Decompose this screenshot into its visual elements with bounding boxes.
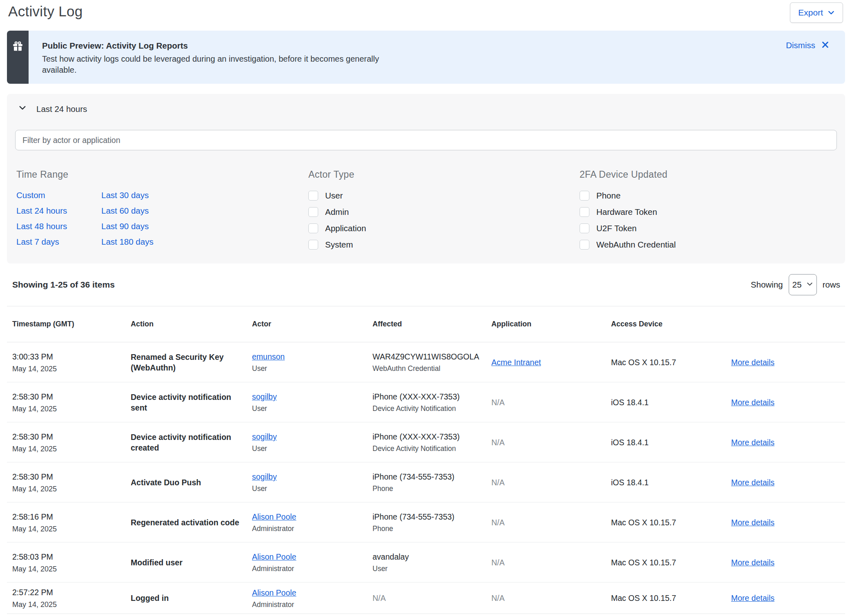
timestamp-date: May 14, 2025 xyxy=(12,600,120,609)
header-affected: Affected xyxy=(372,320,491,328)
more-details-link[interactable]: More details xyxy=(731,357,774,368)
actor-link[interactable]: Alison Poole xyxy=(252,587,296,598)
activity-log-table: Timestamp (GMT) Action Actor Affected Ap… xyxy=(7,306,845,614)
timestamp: 2:58:16 PM xyxy=(12,511,120,522)
preview-banner: Public Preview: Activity Log Reports Tes… xyxy=(7,31,845,84)
filter-panel: Last 24 hours Time Range Custom Last 24 … xyxy=(7,94,845,263)
timestamp-date: May 14, 2025 xyxy=(12,565,120,574)
actor-link[interactable]: sogilby xyxy=(252,431,277,442)
dismiss-link[interactable]: Dismiss xyxy=(786,40,815,50)
dismiss-control[interactable]: Dismiss xyxy=(786,40,829,50)
actor-type: Administrator xyxy=(252,564,362,573)
access-device: Mac OS X 10.15.7 xyxy=(611,593,720,603)
checkbox-admin[interactable] xyxy=(308,207,318,217)
timestamp-date: May 14, 2025 xyxy=(12,484,120,493)
header-actor: Actor xyxy=(252,320,372,328)
time-range-link-last-7-days[interactable]: Last 7 days xyxy=(16,234,101,250)
collapse-label: Last 24 hours xyxy=(36,104,87,114)
timestamp: 2:58:30 PM xyxy=(12,431,120,442)
header-application: Application xyxy=(491,320,611,328)
application-na: N/A xyxy=(491,517,600,528)
checkbox-system[interactable] xyxy=(308,240,318,250)
header-action: Action xyxy=(131,320,252,328)
checkbox-webauthn-credential[interactable] xyxy=(580,240,589,250)
actor-link[interactable]: Alison Poole xyxy=(252,511,296,522)
results-bar: Showing 1-25 of 36 items Showing 25 rows xyxy=(7,263,845,306)
actor-link[interactable]: Alison Poole xyxy=(252,551,296,562)
timestamp: 2:57:22 PM xyxy=(12,587,120,598)
more-details-link[interactable]: More details xyxy=(731,593,774,603)
actor-type: Administrator xyxy=(252,524,362,533)
timestamp: 3:00:33 PM xyxy=(12,351,120,362)
rows-suffix-label: rows xyxy=(823,280,840,290)
twofa-option-webauthn-credential[interactable]: WebAuthn Credential xyxy=(580,237,676,253)
application-na: N/A xyxy=(491,437,600,448)
application-na: N/A xyxy=(491,397,600,408)
banner-icon-block xyxy=(7,31,29,84)
time-range-link-last-90-days[interactable]: Last 90 days xyxy=(101,219,186,234)
affected-value: iPhone (734-555-7353) xyxy=(372,471,481,482)
actor-link[interactable]: sogilby xyxy=(252,391,277,402)
actor-type-heading: Actor Type xyxy=(308,169,366,180)
access-device: Mac OS X 10.15.7 xyxy=(611,557,720,568)
actor-type: User xyxy=(252,444,362,453)
actor-type: User xyxy=(252,364,362,373)
time-range-link-last-48-hours[interactable]: Last 48 hours xyxy=(16,219,101,234)
checkbox-application[interactable] xyxy=(308,223,318,233)
time-range-link-custom[interactable]: Custom xyxy=(16,187,101,203)
action-label: Modified user xyxy=(131,557,241,568)
actor-link[interactable]: emunson xyxy=(252,351,285,362)
time-range-link-last-60-days[interactable]: Last 60 days xyxy=(101,203,186,219)
banner-title: Public Preview: Activity Log Reports xyxy=(42,41,379,51)
timestamp-date: May 14, 2025 xyxy=(12,524,120,533)
affected-value: iPhone (XXX-XXX-7353) xyxy=(372,391,481,402)
rows-per-page-select[interactable]: 25 xyxy=(789,274,817,295)
close-icon[interactable] xyxy=(821,41,829,50)
actor-type-option-application[interactable]: Application xyxy=(308,220,366,237)
table-row: 2:58:16 PMMay 14, 2025 Regenerated activ… xyxy=(7,502,845,542)
actor-link[interactable]: sogilby xyxy=(252,471,277,482)
action-label: Activate Duo Push xyxy=(131,477,241,488)
checkbox-phone[interactable] xyxy=(580,191,589,201)
time-range-link-last-30-days[interactable]: Last 30 days xyxy=(101,187,186,203)
export-button[interactable]: Export xyxy=(790,2,843,23)
twofa-option-u2f-token[interactable]: U2F Token xyxy=(580,220,676,237)
twofa-device-group: 2FA Device Updated Phone Hardware Token … xyxy=(580,169,676,253)
more-details-link[interactable]: More details xyxy=(731,437,774,448)
activity-log-page: Activity Log Export Public Previ xyxy=(0,0,852,616)
table-row: 2:58:30 PMMay 14, 2025 Device activity n… xyxy=(7,382,845,422)
timestamp-date: May 14, 2025 xyxy=(12,404,120,413)
application-na: N/A xyxy=(491,593,600,603)
twofa-option-phone[interactable]: Phone xyxy=(580,187,676,204)
more-details-link[interactable]: More details xyxy=(731,557,774,568)
checkbox-hardware-token[interactable] xyxy=(580,207,589,217)
application-link[interactable]: Acme Intranet xyxy=(491,357,541,368)
access-device: Mac OS X 10.15.7 xyxy=(611,357,720,368)
gift-icon xyxy=(12,41,23,54)
chevron-down-icon xyxy=(827,9,835,16)
time-range-collapse-toggle[interactable]: Last 24 hours xyxy=(18,104,87,114)
actor-type-option-admin[interactable]: Admin xyxy=(308,204,366,220)
time-range-link-last-180-days[interactable]: Last 180 days xyxy=(101,234,186,250)
more-details-link[interactable]: More details xyxy=(731,517,774,528)
action-label: Regenerated activation code xyxy=(131,517,241,528)
access-device: iOS 18.4.1 xyxy=(611,437,720,448)
more-details-link[interactable]: More details xyxy=(731,477,774,488)
filter-search-input[interactable] xyxy=(15,130,837,150)
access-device: iOS 18.4.1 xyxy=(611,397,720,408)
rows-prefix-label: Showing xyxy=(751,280,783,290)
affected-value: iPhone (734-555-7353) xyxy=(372,511,481,522)
actor-type-option-system[interactable]: System xyxy=(308,237,366,253)
chevron-down-icon xyxy=(18,104,27,114)
more-details-link[interactable]: More details xyxy=(731,397,774,408)
banner-body: Test how activity logs could be leverage… xyxy=(42,54,379,76)
timestamp: 2:58:30 PM xyxy=(12,391,120,402)
time-range-group: Time Range Custom Last 24 hours Last 48 … xyxy=(16,169,186,250)
checkbox-u2f-token[interactable] xyxy=(580,223,589,233)
twofa-option-hardware-token[interactable]: Hardware Token xyxy=(580,204,676,220)
time-range-link-last-24-hours[interactable]: Last 24 hours xyxy=(16,203,101,219)
table-row: 2:58:30 PMMay 14, 2025 Activate Duo Push… xyxy=(7,462,845,502)
checkbox-user[interactable] xyxy=(308,191,318,201)
actor-type-option-user[interactable]: User xyxy=(308,187,366,204)
chevron-down-icon xyxy=(806,280,813,290)
